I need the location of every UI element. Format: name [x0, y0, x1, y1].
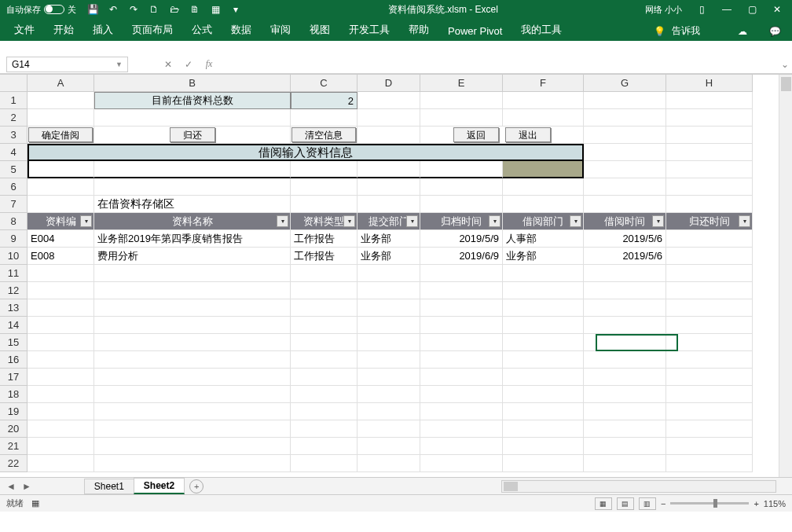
ribbon-options-icon[interactable]: ▯ [690, 2, 713, 17]
add-sheet-icon[interactable]: + [189, 479, 204, 493]
filter-dropdown-icon[interactable]: ▾ [406, 215, 418, 227]
pagelayout-view-icon[interactable]: ▤ [617, 497, 634, 510]
col-header-G[interactable]: G [584, 75, 666, 92]
tab-view[interactable]: 视图 [300, 19, 339, 41]
data-cell[interactable]: 业务部 [358, 230, 420, 248]
new-file-icon[interactable]: 🗋 [148, 4, 160, 15]
col-header-E[interactable]: E [420, 75, 503, 92]
clear-button[interactable]: 清空信息 [292, 127, 356, 142]
data-cell[interactable]: E008 [28, 248, 94, 265]
data-cell[interactable]: 费用分析 [94, 248, 291, 265]
input-area-mid[interactable] [94, 161, 291, 178]
minimize-icon[interactable]: ― [715, 2, 739, 17]
row-header-18[interactable]: 18 [0, 386, 28, 403]
vscroll-thumb[interactable] [781, 77, 791, 91]
horizontal-scrollbar[interactable] [501, 480, 776, 493]
tab-formulas[interactable]: 公式 [182, 19, 222, 41]
data-cell[interactable]: E004 [28, 230, 94, 248]
filter-dropdown-icon[interactable]: ▾ [80, 215, 92, 227]
comments-icon[interactable]: 💬 [769, 26, 781, 37]
formula-input[interactable] [221, 57, 778, 72]
filter-dropdown-icon[interactable]: ▾ [652, 215, 664, 227]
data-cell[interactable]: 2019/6/9 [420, 248, 503, 265]
maximize-icon[interactable]: ▢ [740, 2, 764, 17]
row-header-14[interactable]: 14 [0, 317, 28, 334]
data-cell[interactable]: 工作报告 [291, 248, 358, 265]
formula-expand-icon[interactable]: ⌄ [778, 59, 792, 70]
filter-dropdown-icon[interactable]: ▾ [277, 215, 288, 227]
row-header-20[interactable]: 20 [0, 420, 28, 438]
tab-developer[interactable]: 开发工具 [339, 19, 399, 41]
data-cell[interactable]: 业务部 [358, 248, 420, 265]
data-cell[interactable]: 2019/5/6 [584, 230, 666, 248]
borrow-button[interactable]: 确定借阅 [28, 127, 93, 142]
return-button[interactable]: 归还 [170, 127, 215, 142]
tell-me-input[interactable]: 告诉我 [672, 24, 700, 38]
macro-record-icon[interactable]: ▦ [31, 498, 39, 508]
row-header-16[interactable]: 16 [0, 351, 28, 369]
input-area-right[interactable] [503, 161, 584, 178]
zoom-in-icon[interactable]: + [754, 499, 758, 508]
vertical-scrollbar[interactable] [779, 75, 792, 477]
tab-pagelayout[interactable]: 页面布局 [123, 19, 182, 41]
data-cell[interactable]: 人事部 [503, 230, 584, 248]
data-cell[interactable]: 业务部 [503, 248, 584, 265]
fx-icon[interactable]: fx [200, 58, 218, 70]
row-header-6[interactable]: 6 [0, 178, 28, 196]
filter-dropdown-icon[interactable]: ▾ [570, 215, 581, 227]
name-box[interactable]: G14 ▼ [6, 57, 128, 72]
tab-mytools[interactable]: 我的工具 [512, 19, 571, 41]
tab-file[interactable]: 文件 [5, 19, 44, 41]
row-header-22[interactable]: 22 [0, 455, 28, 472]
row-header-21[interactable]: 21 [0, 438, 28, 455]
tab-data[interactable]: 数据 [222, 19, 261, 41]
normal-view-icon[interactable]: ▦ [595, 497, 612, 510]
filter-dropdown-icon[interactable]: ▾ [343, 215, 355, 227]
data-cell[interactable]: 2019/5/6 [584, 248, 666, 265]
hscroll-thumb[interactable] [504, 482, 518, 491]
row-header-4[interactable]: 4 [0, 144, 28, 161]
col-header-H[interactable]: H [666, 75, 753, 92]
row-header-13[interactable]: 13 [0, 299, 28, 317]
zoom-thumb[interactable] [713, 499, 717, 508]
zoom-level[interactable]: 115% [764, 499, 786, 508]
row-header-19[interactable]: 19 [0, 403, 28, 420]
col-header-D[interactable]: D [358, 75, 420, 92]
col-header-A[interactable]: A [28, 75, 94, 92]
row-header-8[interactable]: 8 [0, 213, 28, 230]
row-header-9[interactable]: 9 [0, 230, 28, 248]
row-header-1[interactable]: 1 [0, 92, 28, 109]
undo-icon[interactable]: ↶ [108, 4, 119, 15]
tab-home[interactable]: 开始 [44, 19, 83, 41]
autosave-toggle[interactable]: 自动保存 关 [3, 4, 79, 16]
name-box-dropdown-icon[interactable]: ▼ [116, 61, 123, 68]
row-header-11[interactable]: 11 [0, 265, 28, 282]
tell-me-icon[interactable]: 💡 [654, 26, 666, 37]
row-header-10[interactable]: 10 [0, 248, 28, 265]
more-qat-icon[interactable]: ▾ [230, 4, 241, 15]
col-header-B[interactable]: B [94, 75, 291, 92]
share-icon[interactable]: ☁ [738, 26, 747, 37]
pagebreak-view-icon[interactable]: ▥ [639, 497, 656, 510]
data-cell[interactable]: 2019/5/9 [420, 230, 503, 248]
print-preview-icon[interactable]: 🗎 [189, 4, 200, 15]
data-cell[interactable] [666, 230, 753, 248]
tab-review[interactable]: 审阅 [261, 19, 300, 41]
close-icon[interactable]: ✕ [765, 2, 789, 17]
row-header-2[interactable]: 2 [0, 109, 28, 127]
formula-accept-icon[interactable]: ✓ [180, 59, 197, 70]
exit-button[interactable]: 退出 [505, 127, 551, 142]
data-cell[interactable] [666, 248, 753, 265]
zoom-out-icon[interactable]: − [661, 499, 666, 508]
form-icon[interactable]: ▦ [210, 4, 221, 15]
zoom-slider[interactable] [670, 502, 749, 504]
col-header-C[interactable]: C [291, 75, 358, 92]
col-header-F[interactable]: F [503, 75, 584, 92]
row-header-3[interactable]: 3 [0, 127, 28, 144]
open-file-icon[interactable]: 🗁 [169, 4, 180, 15]
row-header-5[interactable]: 5 [0, 161, 28, 178]
sheet-prev-icon[interactable]: ◄ [3, 481, 19, 492]
redo-icon[interactable]: ↷ [128, 4, 139, 15]
row-header-17[interactable]: 17 [0, 369, 28, 386]
row-header-12[interactable]: 12 [0, 282, 28, 299]
